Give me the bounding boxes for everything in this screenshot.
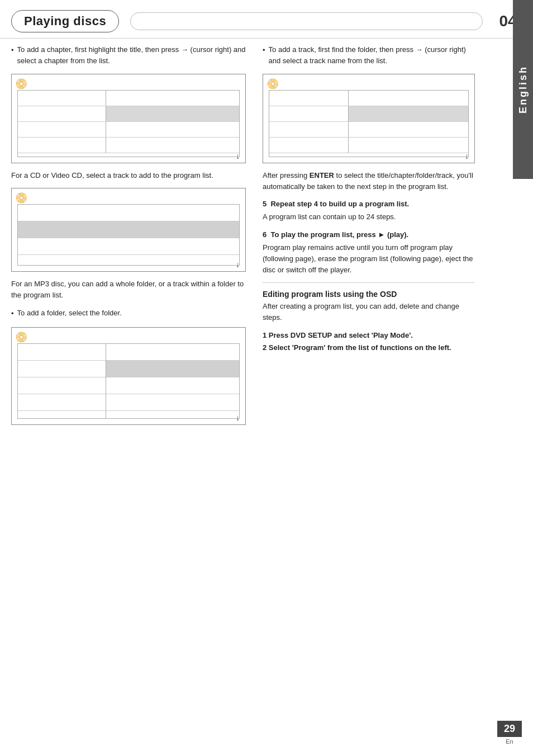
step2-heading: 2 Select 'Program' from the list of func… [263,343,475,353]
step5-heading-text: Repeat step 4 to build up a program list… [270,200,409,208]
bullet-text-folder: To add a folder, select the folder. [17,308,122,319]
osd-cd-row-1 [18,205,239,221]
step6-heading: 6 To play the program list, press ► (pla… [263,230,475,240]
bullet-dot-3: • [263,45,265,66]
disc-icon-2: 📀 [15,192,27,204]
osd-row-3 [18,122,239,138]
osd-track-row-1 [269,91,468,106]
osd-mp3-right-row-3 [106,377,239,394]
bullet-dot-1: • [11,45,14,66]
osd-mp3-right-row-1 [106,344,239,361]
language-label: English [517,65,529,114]
language-sidebar: English [513,0,533,179]
page-number: 29 [497,721,522,737]
osd-mp3-right [106,344,239,418]
osd-track-right-3 [349,122,468,137]
osd-mp3-left-row-1 [18,344,106,361]
osd-track-right-1 [349,91,468,106]
page-title: Playing discs [11,10,119,32]
osd-mp3-left-row-3 [18,377,106,394]
page-en: En [506,738,513,745]
osd-track-left-3 [269,122,349,137]
osd-left-3 [18,122,106,137]
osd-mp3-left-row-4 [18,394,106,411]
step6-num: 6 [263,230,266,239]
osd-right-3 [106,122,239,137]
osd-mp3-left [18,344,106,418]
enter-bold: ENTER [310,171,334,179]
osd-right-4 [106,138,239,153]
disc-icon-3: 📀 [15,331,27,343]
osd-cd-row-2 [18,221,239,238]
editing-section-heading: Editing program lists using the OSD [263,290,475,299]
osd-right-1 [106,91,239,106]
osd-track-left-4 [269,138,349,153]
osd-row-2 [18,106,239,122]
arrow-down-1: ↓ [236,152,240,160]
osd-diagram-cd: 📀 ↓ [11,188,246,272]
osd-left-1 [18,91,106,106]
disc-icon-4: 📀 [266,78,279,90]
step5-num: 5 [263,200,266,208]
osd-row-4 [18,138,239,153]
page-header: Playing discs 04 [0,0,533,39]
osd-mp3-left-row-2 [18,361,106,377]
bullet-item-folder: • To add a folder, select the folder. [11,308,246,319]
bullet-dot-2: • [11,308,14,319]
header-box [130,12,483,30]
osd-diagram-mp3: 📀 ↓ [11,327,246,425]
para-enter: After pressing ENTER to select the title… [263,170,475,192]
osd-cd-inner [17,204,240,266]
editing-section-body: After creating a program list, you can a… [263,301,475,323]
section-divider [263,282,475,283]
step5-heading: 5 Repeat step 4 to build up a program li… [263,199,475,209]
bullet-item-chapter: • To add a chapter, first highlight the … [11,44,246,66]
osd-track-right-2 [349,106,468,121]
para-mp3: For an MP3 disc, you can add a whole fol… [11,278,246,301]
osd-track-row-2 [269,106,468,122]
osd-track-left-1 [269,91,349,106]
para-enter-text: to select the title/chapter/folder/track… [263,171,473,191]
disc-icon-1: 📀 [15,78,27,90]
osd-track-left-2 [269,106,349,121]
osd-cd-row-3 [18,238,239,255]
step6-heading-text: To play the program list, press ► (play)… [270,230,408,239]
osd-inner-chapter [17,90,240,157]
bullet-text-chapter: To add a chapter, first highlight the ti… [17,44,246,66]
main-content: • To add a chapter, first highlight the … [0,44,533,432]
osd-track-row-3 [269,122,468,138]
para-cd: For a CD or Video CD, select a track to … [11,170,246,181]
step1-heading: 1 Press DVD SETUP and select 'Play Mode'… [263,330,475,341]
step6-body: Program play remains active until you tu… [263,242,475,276]
bullet-item-track: • To add a track, first find the folder,… [263,44,475,66]
osd-track-row-4 [269,138,468,153]
osd-diagram-track: 📀 ↓ [263,74,475,163]
page-footer: 29 En [497,721,522,745]
osd-diagram-chapter: 📀 ↓ [11,74,246,163]
arrow-down-2: ↓ [236,260,240,269]
osd-row-1 [18,91,239,106]
step2-heading-text: 2 Select 'Program' from the list of func… [263,343,451,352]
osd-track-right-4 [349,138,468,153]
arrow-down-4: ↓ [465,152,469,160]
osd-left-4 [18,138,106,153]
osd-mp3-right-row-4 [106,394,239,411]
osd-mp3-inner [17,343,240,419]
arrow-down-3: ↓ [236,413,240,422]
osd-inner-track [269,90,469,157]
step5-body: A program list can contain up to 24 step… [263,211,475,223]
right-column: • To add a track, first find the folder,… [263,44,497,432]
osd-mp3-right-row-2 [106,361,239,377]
osd-left-2 [18,106,106,121]
osd-right-2 [106,106,239,121]
left-column: • To add a chapter, first highlight the … [11,44,246,432]
step1-heading-text: 1 Press DVD SETUP and select 'Play Mode'… [263,331,413,339]
bullet-text-track: To add a track, first find the folder, t… [269,44,475,66]
